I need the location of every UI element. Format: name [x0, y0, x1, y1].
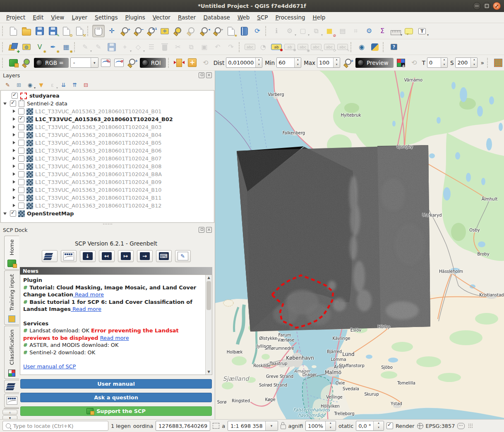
expander-icon[interactable] — [12, 172, 16, 177]
open-project[interactable] — [20, 25, 33, 37]
support-the-scp-button[interactable]: Support the SCP — [20, 406, 212, 416]
toolbar-handle[interactable] — [2, 42, 6, 52]
vertex-tool[interactable]: ◇▾ — [132, 41, 144, 53]
menu-edit[interactable]: Edit — [29, 13, 47, 22]
import-signatures-button[interactable]: ↤ — [99, 250, 115, 262]
batch-button[interactable]: → — [137, 250, 153, 262]
rgb-combo[interactable]: - — [70, 57, 98, 68]
roi-add[interactable] — [186, 57, 199, 69]
deselect-all[interactable]: ■⊘ — [323, 25, 336, 37]
toggle-editing[interactable]: ✎ — [92, 41, 105, 53]
layer-checkbox[interactable] — [18, 179, 24, 185]
extents-icon[interactable] — [213, 423, 219, 429]
tab-home[interactable]: Home — [4, 236, 19, 270]
ask-a-question-button[interactable]: Ask a question — [20, 393, 212, 402]
expander-icon[interactable] — [3, 101, 8, 106]
layer-checkbox[interactable] — [18, 187, 24, 193]
menu-raster[interactable]: Raster — [174, 13, 200, 22]
open-layer-styling[interactable]: ✎ — [2, 80, 13, 90]
cumulative-stretch[interactable]: % — [100, 57, 112, 69]
layout-manager[interactable]: ⚒ — [73, 25, 86, 37]
menu-layer[interactable]: Layer — [68, 13, 91, 22]
expander-icon[interactable] — [12, 148, 16, 153]
dist-input[interactable]: 0,010000 — [226, 57, 262, 68]
layer-row[interactable]: L1C_T33VUC_A015363_20180601T102024_B01 — [1, 107, 214, 115]
help-contents[interactable]: ? — [388, 41, 400, 53]
tab-classification[interactable]: Classification — [4, 326, 19, 379]
tab-partial[interactable] — [4, 408, 19, 409]
new-spatial-bookmark[interactable]: ★ — [225, 25, 237, 37]
rotation-spinbox[interactable]: 0,0 ° — [356, 421, 384, 431]
measure[interactable]: ▾ — [389, 25, 402, 37]
band-calc-button[interactable]: ⌨ — [156, 250, 172, 262]
modify-attributes[interactable]: ☰ — [145, 41, 158, 53]
menu-view[interactable]: View — [47, 13, 68, 22]
menu-settings[interactable]: Settings — [91, 13, 121, 22]
s-param-input[interactable]: 200 — [455, 57, 478, 68]
expander-icon[interactable] — [12, 141, 16, 145]
scroll-down-icon[interactable] — [206, 369, 211, 375]
manage-map-themes[interactable]: ◉▾ — [25, 80, 35, 90]
rgb-quick-preview[interactable] — [395, 57, 407, 69]
layers-tree[interactable]: studyareaSentinel-2 dataL1C_T33VUC_A0153… — [0, 90, 214, 223]
statistical-summary[interactable]: Σ — [376, 25, 389, 37]
news-link[interactable]: User manual of SCP — [23, 363, 76, 370]
pan-map[interactable] — [92, 25, 105, 37]
layer-row[interactable]: L1C_T33VUC_A015363_20180601T102024_B04 — [1, 131, 214, 139]
zoom-full[interactable]: ✛ — [158, 25, 171, 37]
zoom-to-preview[interactable]: + — [342, 57, 354, 69]
show-hidden-labels[interactable]: abc◉ — [297, 41, 309, 53]
layer-checkbox[interactable] — [18, 155, 24, 162]
spin-buttons[interactable] — [294, 58, 301, 67]
locator-search[interactable]: Type to locate (Ctrl+K) — [2, 421, 108, 431]
select-features[interactable]: ▢▾ — [297, 25, 309, 37]
processing-toolbox[interactable]: ⚙ — [363, 25, 375, 37]
layer-diagram[interactable]: ◔ — [257, 41, 269, 53]
minimize-button[interactable] — [473, 2, 481, 10]
messages-icon[interactable] — [457, 423, 465, 429]
expander-icon[interactable] — [12, 109, 16, 114]
new-geopackage-layer[interactable]: ✒✱ — [47, 41, 59, 53]
layer-row[interactable]: L1C_T33VUC_A015363_20180601T102024_B10 — [1, 186, 214, 194]
zoom-out[interactable]: − — [132, 25, 144, 37]
edit-signature-button[interactable]: ✎ — [175, 250, 191, 262]
tab-histicon[interactable] — [4, 394, 19, 408]
layer-row[interactable]: L1C_T33VUC_A015363_20180601T102024_B06 — [1, 147, 214, 155]
refresh-map[interactable]: ⟳ — [251, 25, 264, 37]
layer-row[interactable]: OpenStreetMap — [1, 210, 214, 217]
panel-float-icon[interactable] — [199, 227, 204, 233]
maximize-button[interactable] — [483, 2, 491, 10]
crs-globe-icon[interactable] — [417, 423, 423, 429]
menu-project[interactable]: Project — [2, 13, 29, 22]
show-bookmarks[interactable] — [238, 25, 250, 37]
toolbar-handle[interactable] — [2, 58, 6, 68]
layer-row[interactable]: L1C_T33VUC_A015363_20180601T102024_B8A — [1, 170, 214, 178]
news-link[interactable]: Read more — [100, 335, 129, 341]
copy-features[interactable]: ⧉ — [185, 41, 197, 53]
pin-labels[interactable]: ab — [283, 41, 296, 53]
layer-row[interactable]: L1C_T33VUC_A015363_20180601T102024_B09 — [1, 178, 214, 186]
map-canvas[interactable]: VarbergFalkenbergHyltebrukVärnamoLjungby… — [215, 71, 504, 419]
expand-all[interactable]: ⇊ — [58, 80, 69, 90]
expander-icon[interactable] — [12, 117, 16, 122]
toolbar-overflow-1[interactable]: » — [480, 60, 484, 66]
menu-scp[interactable]: SCP — [253, 13, 271, 22]
scp-band-set[interactable] — [7, 57, 19, 69]
metasearch[interactable]: ◉ — [355, 41, 368, 53]
scp-working-toolbar[interactable] — [492, 57, 504, 69]
news-scrollbar[interactable] — [205, 275, 212, 375]
dropdown-arrow-icon[interactable] — [265, 421, 278, 430]
menu-help[interactable]: Help — [309, 13, 329, 22]
close-button[interactable] — [493, 2, 501, 10]
layer-checkbox[interactable] — [18, 108, 24, 115]
layer-checkbox[interactable] — [18, 195, 24, 201]
layer-row[interactable]: Sentinel-2 data — [1, 100, 214, 107]
cut-features[interactable]: ✂ — [172, 41, 184, 53]
user-manual-button[interactable]: User manual — [20, 379, 212, 389]
new-print-layout[interactable]: ⚙ — [60, 25, 72, 37]
run-feature-action[interactable]: ⚙▾ — [283, 25, 296, 37]
scroll-up-icon[interactable] — [206, 275, 211, 280]
map-tips[interactable] — [403, 25, 415, 37]
redo[interactable]: ↷ — [225, 41, 237, 53]
layer-row[interactable]: L1C_T33VUC_A015363_20180601T102024_B12 — [1, 202, 214, 210]
